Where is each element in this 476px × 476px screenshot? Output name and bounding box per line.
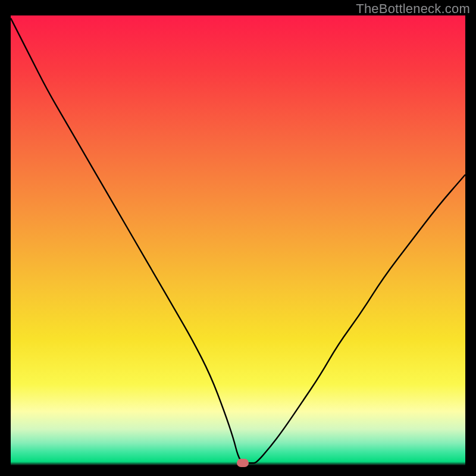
watermark-text: TheBottleneck.com bbox=[356, 1, 470, 17]
optimal-point-marker bbox=[237, 459, 249, 467]
chart-frame: TheBottleneck.com bbox=[0, 0, 476, 476]
bottleneck-chart bbox=[11, 15, 465, 465]
chart-background bbox=[11, 15, 465, 465]
